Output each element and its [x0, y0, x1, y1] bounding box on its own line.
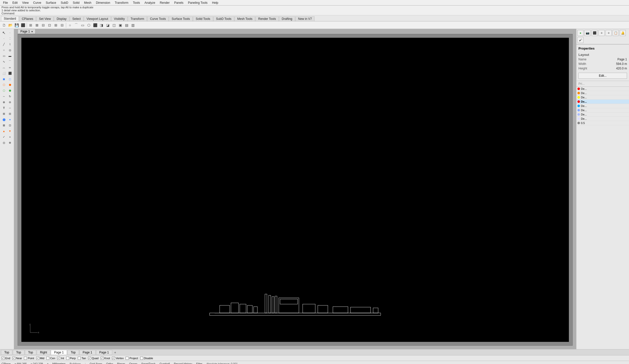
fillet-btn[interactable]: ⌓	[1, 65, 7, 70]
layer-item-3[interactable]: De...	[576, 100, 629, 104]
viewport-tab-right[interactable]: Right	[37, 350, 50, 355]
tab-surface-tools[interactable]: Surface Tools	[169, 16, 193, 21]
menu-item-file[interactable]: File	[1, 1, 10, 5]
osnap-bottom-label[interactable]: Osnap	[129, 362, 137, 364]
planar-label[interactable]: Planar	[117, 362, 125, 364]
tool-zoom-all[interactable]: ⊞	[28, 22, 34, 28]
polyline-btn[interactable]: ⌇	[7, 42, 13, 47]
osnap-quad-check[interactable]: ✓	[88, 357, 91, 360]
menu-item-edit[interactable]: Edit	[10, 1, 20, 5]
extra10-btn[interactable]: ●	[7, 134, 13, 140]
osnap-project-check[interactable]	[126, 357, 129, 360]
tool-snap[interactable]: ⊟	[59, 22, 65, 28]
extra5-btn[interactable]: ⊠	[1, 123, 7, 128]
extra11-btn[interactable]: ◎	[1, 140, 7, 145]
tool-viewport-mode3[interactable]: ▥	[130, 22, 136, 28]
point-btn[interactable]: ·	[1, 36, 7, 41]
move-btn[interactable]: ↔	[1, 94, 7, 99]
layer-icon2[interactable]: ≡	[606, 30, 612, 36]
tool-rect[interactable]: ▭	[80, 22, 86, 28]
viewport-tab-top3[interactable]: Top	[25, 350, 36, 355]
tool-grid[interactable]: ⊞	[53, 22, 59, 28]
extra12-btn[interactable]: ⊕	[7, 140, 13, 145]
extra4-btn[interactable]: ●	[7, 117, 13, 122]
osnap-vertex[interactable]: ✓ Vertex	[112, 357, 124, 360]
layer-item-0[interactable]: De...	[576, 87, 629, 91]
extra7-btn[interactable]: ▲	[1, 128, 7, 134]
menu-item-solid[interactable]: Solid	[71, 1, 82, 5]
osnap-tan[interactable]: Tan	[78, 357, 86, 360]
tab-select[interactable]: Select	[70, 16, 84, 21]
analysis2-btn[interactable]: ⊖	[7, 99, 13, 105]
analysis-btn[interactable]: ⊕	[1, 99, 7, 105]
layer-icon1[interactable]: ≡	[599, 30, 605, 36]
osnap-point-check[interactable]	[24, 357, 27, 360]
osnap-perp-check[interactable]	[66, 357, 69, 360]
tool-circle[interactable]: ○	[67, 22, 73, 28]
layer-item-7[interactable]: De...	[576, 117, 629, 121]
viewport-add-btn[interactable]: +	[113, 350, 118, 355]
drawing-area[interactable]: x y	[21, 38, 569, 342]
osnap-point[interactable]: Point	[24, 357, 34, 360]
edit-button[interactable]: Edit...	[578, 73, 627, 79]
surface2-btn[interactable]: ⬛	[7, 70, 13, 76]
menu-item-panels[interactable]: Panels	[172, 1, 185, 5]
tool-open[interactable]: 📂	[7, 22, 13, 28]
osnap-knot-check[interactable]: ✓	[101, 357, 104, 360]
menu-item-subd[interactable]: SubD	[59, 1, 70, 5]
tab-cplanes[interactable]: CPlanes	[19, 16, 36, 21]
bell-icon[interactable]: 🔔	[620, 30, 626, 36]
freeform-btn[interactable]: ⌒	[7, 59, 13, 64]
tool-display-mode[interactable]: ◫	[111, 22, 117, 28]
osnap-end[interactable]: ✓ End	[2, 357, 10, 360]
page-tab-dropdown[interactable]: ▾	[31, 30, 33, 33]
menu-item-curve[interactable]: Curve	[31, 1, 43, 5]
tab-drafting[interactable]: Drafting	[279, 16, 295, 21]
tab-visibility[interactable]: Visibility	[111, 16, 128, 21]
rect2-btn[interactable]: ▬	[7, 53, 13, 59]
tool-viewport-mode2[interactable]: ▤	[124, 22, 130, 28]
tool-zoom-selected[interactable]: ⊠	[34, 22, 40, 28]
properties-icon[interactable]: ●	[577, 30, 583, 36]
circle2-btn[interactable]: ◎	[7, 47, 13, 53]
osnap-disable-check[interactable]	[140, 357, 143, 360]
clipboard-icon[interactable]: 📋	[613, 30, 619, 36]
osnap-cen[interactable]: Cen	[46, 357, 55, 360]
menu-item-analyze[interactable]: Analyze	[142, 1, 157, 5]
tab-set-view[interactable]: Set View	[36, 16, 54, 21]
tab-display[interactable]: Display	[54, 16, 69, 21]
solid-btn[interactable]: ◼	[1, 76, 7, 82]
line-btn[interactable]: ╱	[1, 42, 7, 47]
menu-item-tools[interactable]: Tools	[131, 1, 142, 5]
extra3-btn[interactable]: ⬤	[1, 117, 7, 122]
osnap-mid[interactable]: ✓ Mid	[36, 357, 45, 360]
tab-render-tools[interactable]: Render Tools	[255, 16, 279, 21]
subd-btn[interactable]: ⬡	[1, 88, 7, 93]
extra9-btn[interactable]: ✓	[1, 134, 7, 140]
tab-subd-tools[interactable]: SubD Tools	[213, 16, 234, 21]
menu-item-surface[interactable]: Surface	[44, 1, 58, 5]
osnap-knot[interactable]: ✓ Knot	[101, 357, 110, 360]
gumball-label[interactable]: Gumball	[160, 362, 170, 364]
tab-standard[interactable]: Standard	[1, 16, 19, 21]
viewport-tab-page1c[interactable]: Page 1	[96, 350, 112, 355]
osnap-mid-check[interactable]: ✓	[36, 357, 39, 360]
extra6-btn[interactable]: ⊡	[7, 123, 13, 128]
tool-save[interactable]: 💾	[14, 22, 20, 28]
tab-solid-tools[interactable]: Solid Tools	[193, 16, 213, 21]
camera-icon[interactable]: 📷	[584, 30, 591, 36]
record-history-label[interactable]: Record History	[174, 362, 192, 364]
subd2-btn[interactable]: ⬢	[7, 88, 13, 93]
blend-btn[interactable]: ∞	[7, 65, 13, 70]
tool-arc[interactable]: ⌒	[73, 22, 79, 28]
rotate-btn[interactable]: ↻	[7, 94, 13, 99]
tool-shade[interactable]: ◨	[98, 22, 104, 28]
mesh-btn[interactable]: ⬡	[1, 82, 7, 88]
layer-item-5[interactable]: De...	[576, 108, 629, 112]
text-btn[interactable]: T	[1, 105, 7, 111]
pt-cloud-btn[interactable]: ⁚	[7, 36, 13, 41]
osnap-perp[interactable]: Perp	[66, 357, 76, 360]
viewport-tab-top2[interactable]: Top	[13, 350, 24, 355]
osnap-near[interactable]: ✓ Near	[12, 357, 22, 360]
tool-box[interactable]: ⬛	[92, 22, 98, 28]
